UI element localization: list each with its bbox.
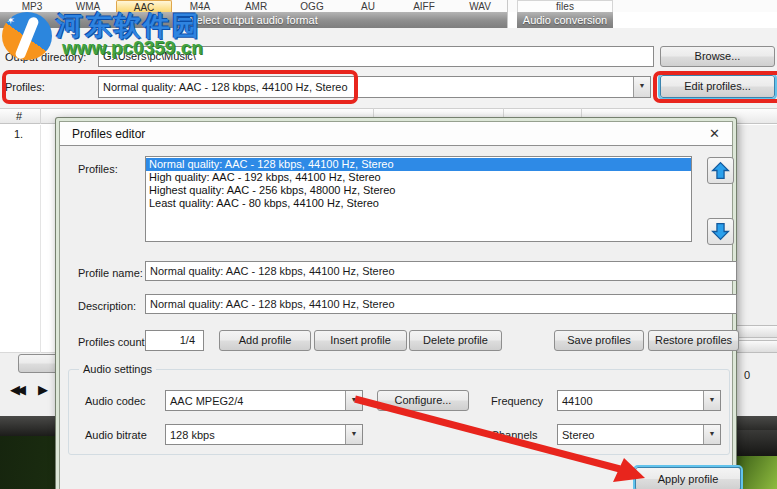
save-profiles-button[interactable]: Save profiles xyxy=(554,330,644,351)
audio-bitrate-label: Audio bitrate xyxy=(85,429,147,441)
watermark-logo-icon: ✶ xyxy=(2,12,52,60)
audio-settings-label: Audio settings xyxy=(79,363,156,375)
profiles-count-label: Profiles count: xyxy=(78,336,148,348)
audio-bitrate-value: 128 kbps xyxy=(170,425,215,445)
audio-codec-label: Audio codec xyxy=(85,395,146,407)
audio-bitrate-combobox[interactable]: 128 kbps ▼ xyxy=(165,424,363,445)
tab-files[interactable]: files xyxy=(517,0,613,12)
insert-profile-button[interactable]: Insert profile xyxy=(314,330,407,351)
chevron-down-icon[interactable]: ▼ xyxy=(345,425,362,444)
profile-list-item[interactable]: Highest quality: AAC - 256 kbps, 48000 H… xyxy=(146,184,691,197)
time-fragment: 0 xyxy=(744,369,750,381)
audio-codec-value: AAC MPEG2/4 xyxy=(170,391,243,411)
tab-aiff[interactable]: AIFF xyxy=(396,0,452,12)
rewind-icon[interactable]: ◀◀ xyxy=(10,382,22,397)
browse-button[interactable]: Browse... xyxy=(660,46,775,67)
file-row-number: 1. xyxy=(14,128,23,140)
delete-profile-button[interactable]: Delete profile xyxy=(409,330,502,351)
description-label: Description: xyxy=(78,300,136,312)
description-input[interactable]: Normal quality: AAC - 128 kbps, 44100 Hz… xyxy=(145,294,737,314)
move-up-button[interactable] xyxy=(707,157,734,184)
file-table-number-header: # xyxy=(16,110,22,122)
logo-stripe xyxy=(14,16,40,60)
audio-codec-combobox[interactable]: AAC MPEG2/4 ▼ xyxy=(165,390,363,411)
ribbon-group-audio-conversion: Audio conversion xyxy=(517,12,613,28)
channels-label: Channels xyxy=(491,429,537,441)
profile-list-item[interactable]: Normal quality: AAC - 128 kbps, 44100 Hz… xyxy=(146,158,691,171)
tab-amr[interactable]: AMR xyxy=(228,0,284,12)
tab-ogg[interactable]: OGG xyxy=(284,0,340,12)
channels-combobox[interactable]: Stereo ▼ xyxy=(557,424,721,445)
chevron-down-icon[interactable]: ▼ xyxy=(633,77,650,97)
up-arrow-icon xyxy=(711,161,730,180)
profiles-count-value: 1/4 xyxy=(145,330,204,351)
add-profile-button[interactable]: Add profile xyxy=(219,330,311,351)
configure-button[interactable]: Configure... xyxy=(377,390,469,411)
dialog-profiles-label: Profiles: xyxy=(78,163,118,175)
move-down-button[interactable] xyxy=(707,218,734,245)
down-arrow-icon xyxy=(711,222,730,241)
table-column-line xyxy=(40,125,41,353)
background-button-band xyxy=(737,325,777,338)
channels-value: Stereo xyxy=(562,425,594,445)
profiles-bar-label: Profiles: xyxy=(5,81,45,93)
background-button-band xyxy=(737,340,777,353)
frequency-label: Frequency xyxy=(491,395,543,407)
profile-list-item[interactable]: High quality: AAC - 192 kbps, 44100 Hz, … xyxy=(146,171,691,184)
window-right-edge xyxy=(737,125,777,430)
tab-wav[interactable]: WAV xyxy=(452,0,508,12)
profiles-combobox-value: Normal quality: AAC - 128 kbps, 44100 Hz… xyxy=(103,77,348,97)
chevron-down-icon[interactable]: ▼ xyxy=(703,391,720,410)
profile-name-label: Profile name: xyxy=(78,267,143,279)
watermark-site-url: www.pc0359.cn xyxy=(62,37,203,59)
window-bottom-frame-right xyxy=(737,430,777,456)
desktop-wallpaper-right xyxy=(737,456,777,489)
frequency-value: 44100 xyxy=(562,391,593,411)
profiles-combobox[interactable]: Normal quality: AAC - 128 kbps, 44100 Hz… xyxy=(98,76,651,98)
close-icon[interactable]: ✕ xyxy=(709,126,720,141)
play-icon[interactable]: ▶ xyxy=(38,382,48,397)
frequency-combobox[interactable]: 44100 ▼ xyxy=(557,390,721,411)
profiles-listbox[interactable]: Normal quality: AAC - 128 kbps, 44100 Hz… xyxy=(145,156,692,242)
restore-profiles-button[interactable]: Restore profiles xyxy=(648,330,739,351)
tab-mp3[interactable]: MP3 xyxy=(4,0,60,12)
chevron-down-icon[interactable]: ▼ xyxy=(345,391,362,410)
profile-name-input[interactable]: Normal quality: AAC - 128 kbps, 44100 Hz… xyxy=(145,261,737,281)
table-column-divider xyxy=(40,108,41,124)
edit-profiles-button[interactable]: Edit profiles... xyxy=(660,75,775,98)
tab-au[interactable]: AU xyxy=(340,0,396,12)
dialog-title-bar[interactable]: Profiles editor ✕ xyxy=(60,122,732,146)
profiles-editor-dialog: Profiles editor ✕ Profiles: Normal quali… xyxy=(55,117,737,489)
chevron-down-icon[interactable]: ▼ xyxy=(703,425,720,444)
profile-list-item[interactable]: Least quality: AAC - 80 kbps, 44100 Hz, … xyxy=(146,197,691,210)
apply-profile-button[interactable]: Apply profile xyxy=(635,467,741,489)
ribbon-separator xyxy=(507,0,508,28)
dialog-title: Profiles editor xyxy=(72,127,145,141)
